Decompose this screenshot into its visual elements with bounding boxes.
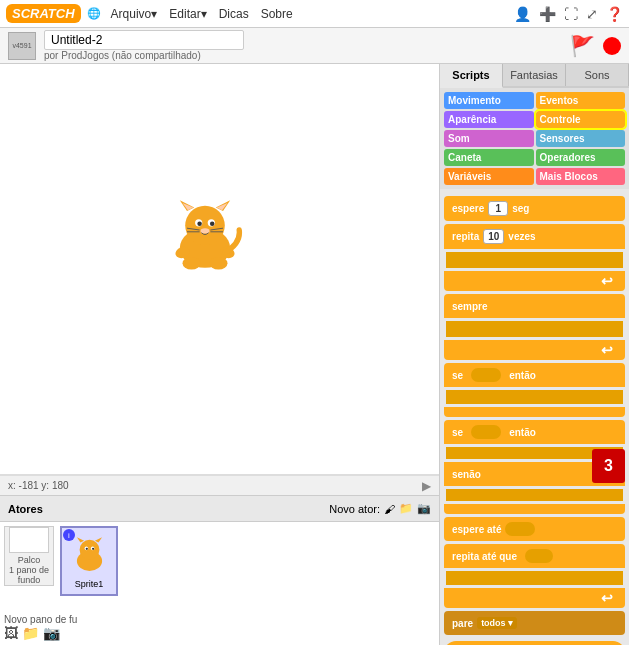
subtitle: por ProdJogos (não compartilhado)	[44, 50, 562, 61]
resize-icon[interactable]: ⤢	[586, 6, 598, 22]
block-repita-ate-condition[interactable]	[525, 549, 553, 563]
block-espere[interactable]: espere 1 seg	[444, 196, 625, 221]
menu-dicas[interactable]: Dicas	[215, 5, 253, 23]
menu-arquivo[interactable]: Arquivo▾	[107, 5, 162, 23]
block-repita-ate-body	[446, 571, 623, 585]
indicator-badge: 3	[592, 449, 625, 483]
topbar-icons: 👤 ➕ ⛶ ⤢ ❓	[514, 6, 623, 22]
new-bg-label: Novo pano de fu	[4, 614, 77, 625]
globe-icon[interactable]: 🌐	[87, 7, 101, 20]
title-input[interactable]	[44, 30, 244, 50]
coords-bar: x: -181 y: 180 ▶	[0, 475, 439, 495]
bg-icons: 🖼 📁 📷	[4, 625, 435, 641]
fullscreen-icon[interactable]: ⛶	[564, 6, 578, 22]
svg-point-15	[183, 257, 201, 270]
main-layout: x: -181 y: 180 ▶ Atores Novo ator: 🖌 📁 📷…	[0, 64, 629, 645]
cat-caneta[interactable]: Caneta	[444, 149, 534, 166]
bg-upload-icon[interactable]: 📁	[22, 625, 39, 641]
sprite-info-icon[interactable]: i	[63, 529, 75, 541]
block-sempre-wrap: sempre ↩	[444, 294, 625, 360]
svg-point-26	[91, 547, 93, 549]
green-flag-button[interactable]: 🚩	[570, 34, 595, 58]
new-bg-section: Novo pano de fu 🖼 📁 📷	[0, 610, 439, 645]
cat-eventos[interactable]: Eventos	[536, 92, 626, 109]
block-repita-ate-bottom: ↩	[444, 588, 625, 608]
cat-sensores[interactable]: Sensores	[536, 130, 626, 147]
sprite1-thumbnail[interactable]: i Sprite1	[60, 526, 118, 596]
actors-body: Palco 1 pano de fundo i Sp	[0, 522, 439, 610]
menu-editar[interactable]: Editar▾	[165, 5, 210, 23]
paint-new-actor-icon[interactable]: 🖌	[384, 503, 395, 515]
block-se-senao-condition[interactable]	[471, 425, 501, 439]
cat-som[interactable]: Som	[444, 130, 534, 147]
block-repita-input[interactable]: 10	[483, 229, 504, 244]
block-espere-ate[interactable]: espere até	[444, 517, 625, 541]
svg-point-9	[210, 221, 215, 226]
topbar-menus: Arquivo▾ Editar▾ Dicas Sobre	[107, 5, 297, 23]
block-repita-body	[446, 252, 623, 268]
block-se-bottom	[444, 407, 625, 417]
camera-new-actor-icon[interactable]: 📷	[417, 502, 431, 515]
stop-button[interactable]	[603, 37, 621, 55]
block-pare[interactable]: pare todos ▾	[444, 611, 625, 635]
svg-point-16	[210, 257, 228, 270]
help-icon[interactable]: ❓	[606, 6, 623, 22]
block-se-senao[interactable]: se então	[444, 420, 625, 444]
svg-point-8	[197, 221, 202, 226]
block-repita-wrap: repita 10 vezes ↩	[444, 224, 625, 291]
block-se[interactable]: se então	[444, 363, 625, 387]
cat-aparencia[interactable]: Aparência	[444, 111, 534, 128]
cat-operadores[interactable]: Operadores	[536, 149, 626, 166]
scratch-logo[interactable]: SCRATCH	[6, 4, 81, 23]
svg-marker-21	[76, 537, 83, 542]
categories-grid: Movimento Eventos Aparência Controle Som…	[440, 88, 629, 189]
svg-point-20	[79, 539, 99, 559]
add-icon[interactable]: ➕	[539, 6, 556, 22]
stage-sublabel: 1 pano de fundo	[5, 565, 53, 585]
block-sempre-bottom: ↩	[444, 340, 625, 360]
cat-movimento[interactable]: Movimento	[444, 92, 534, 109]
cat-mais-blocos[interactable]: Mais Blocos	[536, 168, 626, 185]
block-repita[interactable]: repita 10 vezes	[444, 224, 625, 249]
block-espere-input[interactable]: 1	[488, 201, 508, 216]
right-panel: Scripts Fantasias Sons Movimento Eventos…	[440, 64, 629, 645]
block-espere-label: espere	[452, 203, 484, 214]
block-se-condition[interactable]	[471, 368, 501, 382]
tab-scripts[interactable]: Scripts	[440, 64, 503, 88]
block-pare-dropdown[interactable]: todos ▾	[477, 617, 517, 629]
block-sempre-body	[446, 321, 623, 337]
block-espere-ate-condition[interactable]	[505, 522, 535, 536]
actors-header: Atores Novo ator: 🖌 📁 📷	[0, 496, 439, 522]
tab-sons[interactable]: Sons	[566, 64, 629, 86]
block-sempre[interactable]: sempre	[444, 294, 625, 318]
block-se-senao-body2	[446, 489, 623, 501]
tab-fantasias[interactable]: Fantasias	[503, 64, 566, 86]
svg-point-25	[85, 547, 87, 549]
block-repita-bottom: ↩	[444, 271, 625, 291]
menu-sobre[interactable]: Sobre	[257, 5, 297, 23]
svg-point-1	[185, 206, 225, 246]
actors-title: Atores	[8, 503, 43, 515]
x-coord: x: -181 y: 180	[8, 480, 69, 491]
bg-paint-icon[interactable]: 🖼	[4, 625, 18, 641]
bg-camera-icon[interactable]: 📷	[43, 625, 60, 641]
tabs: Scripts Fantasias Sons	[440, 64, 629, 88]
scroll-arrow[interactable]: ▶	[422, 479, 431, 493]
blocks-area: espere 1 seg repita 10 vezes ↩ sempr	[440, 189, 629, 645]
profile-icon[interactable]: 👤	[514, 6, 531, 22]
new-actor-row: Novo ator: 🖌 📁 📷	[329, 502, 431, 515]
block-clone-start[interactable]: quando eu começar como clone	[444, 641, 625, 645]
block-repita-ate[interactable]: repita até que	[444, 544, 625, 568]
block-repita-ate-wrap: repita até que ↩	[444, 544, 625, 608]
cat-sprite	[160, 194, 250, 300]
new-actor-label: Novo ator:	[329, 503, 380, 515]
stage-thumbnail[interactable]: Palco 1 pano de fundo	[4, 526, 54, 586]
titlebar: v4591 por ProdJogos (não compartilhado) …	[0, 28, 629, 64]
block-se-body	[446, 390, 623, 404]
upload-new-actor-icon[interactable]: 📁	[399, 502, 413, 515]
stage	[0, 64, 439, 475]
cat-variaveis[interactable]: Variáveis	[444, 168, 534, 185]
sprite1-label: Sprite1	[75, 579, 104, 589]
sprite-icon: v4591	[8, 32, 36, 60]
cat-controle[interactable]: Controle	[536, 111, 626, 128]
